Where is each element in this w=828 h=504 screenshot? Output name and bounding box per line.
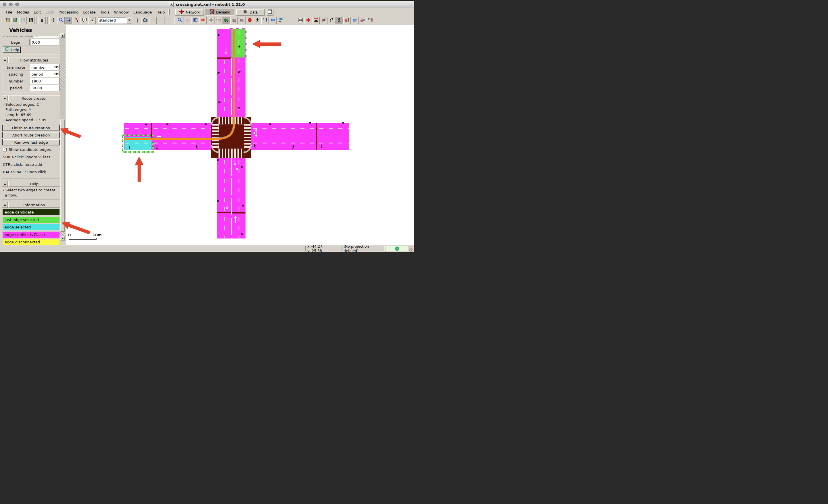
scrollbar-thumb[interactable]: [60, 120, 65, 232]
person-plan-mode-button[interactable]: [261, 17, 269, 24]
draw-junction-shape-button[interactable]: [304, 17, 312, 24]
color-wheel-button[interactable]: [134, 17, 141, 24]
flow-group-title[interactable]: Flow attributes: [8, 57, 60, 63]
menu-processing[interactable]: Processing: [56, 9, 81, 15]
spacing-value: period: [30, 72, 54, 77]
terminate-label[interactable]: terminate: [3, 64, 29, 71]
menu-cursor-button[interactable]: MENU: [88, 17, 96, 24]
menu-tools[interactable]: Tools: [98, 9, 112, 15]
demand-mode-button[interactable]: Demand: [206, 9, 234, 15]
modes-grip[interactable]: [168, 9, 170, 15]
edit-mode-value[interactable]: standard: [98, 17, 126, 24]
save-plain-button[interactable]: [11, 17, 19, 24]
terminate-select[interactable]: number: [30, 64, 59, 71]
network-mode-button[interactable]: Network: [175, 9, 204, 15]
flow-collapse-button[interactable]: [2, 57, 8, 63]
legend-last-edge-selected: last edge selected: [3, 217, 59, 223]
vehicle-geometry-button[interactable]: [312, 17, 320, 24]
inspect-button[interactable]: [176, 17, 183, 24]
scroll-down-icon[interactable]: [60, 236, 65, 240]
secondary-shape-button[interactable]: [320, 17, 327, 24]
type-mode-button[interactable]: TYPE: [230, 17, 238, 24]
attributes-help-button[interactable]: Help: [3, 47, 21, 53]
menu-file[interactable]: File: [4, 9, 15, 15]
route-creator-collapse-button[interactable]: [2, 95, 8, 101]
insertionchecks-value[interactable]: all: [34, 36, 59, 38]
zoom-cursor-button[interactable]: [65, 17, 73, 24]
camera-button[interactable]: [141, 17, 149, 24]
tooltip-bubble-button[interactable]: !: [81, 17, 88, 24]
help-group-title[interactable]: Help: [8, 181, 60, 187]
network-icon: [179, 9, 184, 15]
type-distribution-button[interactable]: [238, 17, 246, 24]
redo-button[interactable]: [157, 17, 164, 24]
network-canvas[interactable]: ¥: [66, 25, 414, 245]
combobox-dropdown-icon[interactable]: [126, 17, 132, 24]
menu-window[interactable]: Window: [112, 9, 131, 15]
number-label[interactable]: number: [3, 78, 29, 84]
stop-mode-button[interactable]: STOP: [246, 17, 253, 24]
supermode-s-button[interactable]: S: [38, 17, 46, 24]
select-lanes-button[interactable]: [192, 17, 199, 24]
legend-edge-candidate: edge candidate: [3, 209, 59, 215]
period-label[interactable]: period: [3, 85, 29, 91]
remove-last-edge-button[interactable]: Remove last edge: [2, 139, 60, 145]
show-container-plans-button[interactable]: [351, 17, 359, 24]
show-person-plans-button[interactable]: [335, 17, 343, 24]
menu-edit[interactable]: Edit: [31, 9, 43, 15]
edit-mode-combobox[interactable]: standard: [98, 17, 132, 24]
delete-eraser-button[interactable]: [184, 17, 191, 24]
move-red-button[interactable]: [199, 17, 207, 24]
compute-options-button[interactable]: [165, 17, 172, 24]
abort-route-creation-button[interactable]: Abort route creation: [2, 132, 60, 138]
save-network-button[interactable]: [4, 17, 11, 24]
dropdown-arrow-icon[interactable]: [54, 73, 59, 75]
begin-input[interactable]: 0.00: [30, 39, 59, 45]
menu-help[interactable]: Help: [154, 9, 167, 15]
route-mode-button[interactable]: [207, 17, 214, 24]
data-mode-button[interactable]: Data: [236, 9, 265, 15]
menubar-grip[interactable]: [1, 9, 2, 15]
information-group-title[interactable]: Information: [8, 202, 60, 208]
zoom-button[interactable]: [57, 17, 65, 24]
sidebar-scrollbar[interactable]: [60, 33, 65, 240]
show-connections-button[interactable]: [328, 17, 335, 24]
undo-button[interactable]: [149, 17, 157, 24]
lock-container-button[interactable]: [359, 17, 366, 24]
show-overlapped-routes-button[interactable]: #: [367, 17, 374, 24]
inspect-icon: [177, 17, 182, 23]
help-collapse-button[interactable]: [2, 181, 8, 187]
person-mode-button[interactable]: [254, 17, 261, 24]
show-candidate-edges-checkbox[interactable]: ✓: [3, 148, 7, 151]
finish-route-creation-button[interactable]: Finish route creation: [2, 125, 60, 131]
flow-attributes-group: Flow attributes terminate number spacing…: [2, 57, 60, 93]
menu-modes[interactable]: Modes: [15, 9, 31, 15]
menu-lock[interactable]: Lock: [43, 9, 56, 15]
toggle-frame-button[interactable]: [266, 9, 274, 15]
resize-grip-icon[interactable]: [409, 248, 413, 252]
container-mode-button[interactable]: [269, 17, 277, 24]
scroll-up-icon[interactable]: [60, 33, 65, 38]
spacing-select[interactable]: period: [30, 71, 59, 77]
period-input[interactable]: 30.00: [30, 85, 59, 91]
route-distribution-button[interactable]: [215, 17, 222, 24]
select-lanes-icon: [193, 17, 198, 23]
lock-person-button[interactable]: [343, 17, 351, 24]
menu-locate[interactable]: Locate: [81, 9, 98, 15]
route-creator-title[interactable]: Route creator: [8, 95, 60, 101]
toggle-grid-button[interactable]: [297, 17, 304, 24]
dropdown-arrow-icon[interactable]: [54, 66, 59, 68]
toolbar-grip[interactable]: [1, 17, 2, 23]
spacing-label[interactable]: spacing: [3, 71, 29, 77]
move-view-button[interactable]: [49, 17, 57, 24]
menu-language[interactable]: Language: [131, 9, 154, 15]
help-cursor-button[interactable]: ?: [73, 17, 80, 24]
save-disabled-button[interactable]: [19, 17, 27, 24]
vehicle-mode-button[interactable]: [222, 17, 230, 24]
insertionchecks-label[interactable]: insertionChecks: [3, 36, 33, 38]
number-input[interactable]: 1800: [30, 78, 59, 84]
information-collapse-button[interactable]: [2, 202, 8, 208]
save-as-button[interactable]: [27, 17, 35, 24]
container-plan-mode-button[interactable]: [277, 17, 284, 24]
begin-label[interactable]: begin: [3, 39, 30, 45]
